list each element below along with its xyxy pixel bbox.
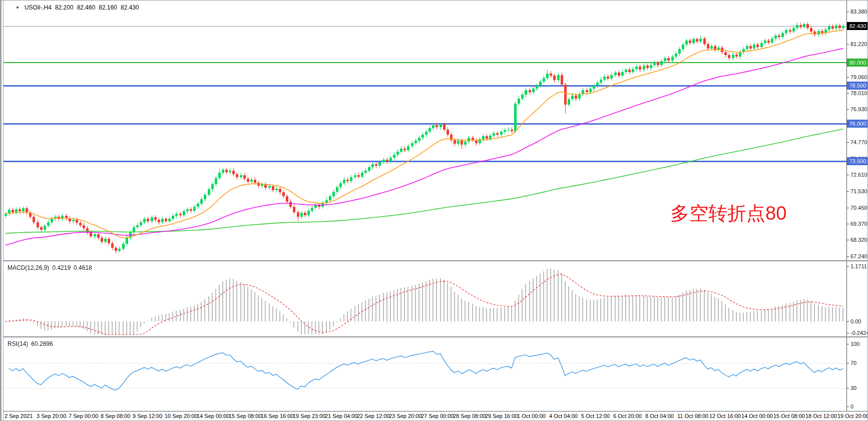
time-axis-label: 8 Sep 08:00 [101,413,130,419]
price-axis-tick: 76.930 [847,105,867,113]
macd-canvas[interactable] [1,261,846,336]
close-value: 82.430 [121,4,139,11]
time-axis-label: 6 Oct 20:00 [613,413,642,419]
price-axis-tick: 70.450 [847,204,867,212]
chart-annotation-text: 多空转折点80 [670,201,786,226]
time-axis-label: 14 Sep 00:00 [197,413,229,419]
time-axis-label: 18 Oct 12:00 [805,413,837,419]
price-axis-tick: 72.610 [847,171,867,179]
macd-axis-label: -0.2424 [847,329,868,337]
price-axis-tick: 83.380 [847,8,867,16]
price-axis-tick: 79.060 [847,73,867,81]
symbol-timeframe-label: USOil-,H4 [25,4,52,11]
rsi-axis-label: 100 [847,340,859,348]
panel-separator[interactable] [1,336,868,337]
time-axis-label: 19 Oct 20:00 [837,413,868,419]
symbol-dropdown-icon[interactable]: ▼ [16,6,20,10]
rsi-axis-label: 70 [847,359,856,367]
time-axis-label: 22 Sep 12:00 [357,413,389,419]
rsi-canvas[interactable] [1,337,846,410]
price-axis-tick: 69.370 [847,220,867,228]
time-axis-label: 7 Sep 00:00 [69,413,98,419]
open-value: 82.200 [55,4,74,11]
price-axis-tick: 74.770 [847,138,867,146]
price-axis-tick: 81.220 [847,40,867,48]
macd-name: MACD(12,26,9) [8,264,49,271]
chart-ohlc-header: ▼ USOil-,H4 82.200 82.460 82.160 82.430 [16,4,139,11]
time-axis-label: 8 Oct 04:00 [645,413,674,419]
time-axis-label: 29 Sep 16:00 [485,413,518,419]
macd-axis-label: 0.00 [847,317,861,325]
time-axis-label: 12 Oct 16:00 [709,413,741,419]
price-axis-tick: 78.010 [847,89,867,97]
time-axis-label: 11 Oct 08:00 [677,413,708,419]
time-axis-label: 23 Sep 20:00 [389,413,421,419]
time-axis-label: 3 Sep 20:00 [37,413,66,419]
macd-axis-label: 1.1711 [847,262,867,270]
price-level-badge: 80.000 [847,59,868,67]
time-axis-label: 15 Sep 08:00 [229,413,261,419]
rsi-indicator-label: RSI(14) 60.2696 [8,340,53,347]
time-axis-label: 21 Sep 04:00 [325,413,357,419]
low-value: 82.160 [99,4,117,11]
time-axis[interactable]: 2 Sep 20213 Sep 20:007 Sep 00:008 Sep 08… [1,412,868,421]
time-axis-label: 5 Oct 12:00 [581,413,610,419]
time-axis-label: 9 Sep 12:00 [133,413,162,419]
price-axis-tick: 71.530 [847,187,867,195]
high-value: 82.460 [77,4,96,11]
time-axis-label: 16 Sep 16:00 [261,413,293,419]
time-axis-label: 2 Sep 2021 [5,413,33,419]
rsi-name: RSI(14) [8,340,28,347]
current-price-badge: 82.430 [847,22,868,30]
mt4-chart-window: ▼ USOil-,H4 82.200 82.460 82.160 82.430 … [0,0,868,421]
price-axis-tick: 67.240 [847,252,867,260]
macd-indicator-label: MACD(12,26,9) 0.4219 0.4618 [8,264,92,271]
time-axis-label: 4 Oct 04:00 [549,413,578,419]
time-axis-label: 19 Sep 23:00 [293,413,325,419]
price-level-badge: 76.000 [847,120,868,128]
macd-main-value: 0.4219 [52,264,71,271]
rsi-value: 60.2696 [31,340,53,347]
price-level-badge: 78.500 [847,82,868,90]
time-axis-label: 10 Sep 20:00 [165,413,197,419]
time-axis-label: 14 Oct 00:00 [741,413,773,419]
time-axis-label: 1 Oct 00:00 [517,413,546,419]
time-axis-label: 15 Oct 08:00 [773,413,805,419]
rsi-axis-label: 0 [847,402,853,410]
price-level-badge: 73.500 [847,157,868,165]
window-left-border [1,1,4,421]
price-axis-tick: 68.320 [847,236,867,244]
panel-separator[interactable] [1,260,868,261]
macd-signal-value: 0.4618 [74,264,92,271]
time-axis-label: 28 Sep 08:00 [453,413,486,419]
rsi-axis-label: 30 [847,384,856,392]
time-axis-label: 27 Sep 00:00 [421,413,454,419]
price-axis[interactable]: 83.38082.30081.22080.14079.06078.01076.9… [847,1,868,421]
time-axis-separator [1,411,868,411]
